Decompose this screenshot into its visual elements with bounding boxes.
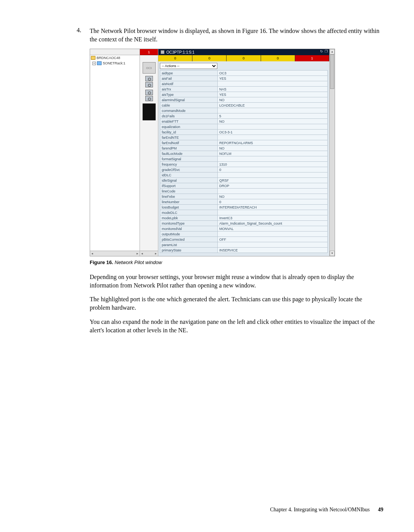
- property-row[interactable]: enableFTTNO: [160, 119, 328, 124]
- property-row[interactable]: formatSignal: [160, 156, 328, 162]
- port-icon[interactable]: [145, 90, 153, 95]
- property-row[interactable]: facility_idOC3-3-1: [160, 130, 328, 135]
- property-row[interactable]: lineCode: [160, 189, 328, 194]
- property-row[interactable]: ds1Fails5: [160, 113, 328, 119]
- slot-highlight[interactable]: 1: [140, 49, 158, 55]
- scroll-down-icon[interactable]: ▼: [330, 251, 335, 256]
- scroll-up-icon[interactable]: ▲: [330, 49, 335, 54]
- property-value: NAS: [218, 87, 328, 92]
- property-row[interactable]: faultLocModeNOFLM: [160, 151, 328, 156]
- property-key: aisType: [160, 92, 218, 97]
- property-value: [218, 172, 328, 178]
- property-row[interactable]: frequency1310: [160, 162, 328, 167]
- property-row[interactable]: ifSupportDROP: [160, 183, 328, 189]
- property-key: idDLC: [160, 172, 218, 178]
- property-key: modeDLC: [160, 210, 218, 215]
- property-value: NO: [218, 146, 328, 151]
- slot-cell-alert[interactable]: 1: [295, 55, 329, 61]
- property-key: enableFTT: [160, 119, 218, 124]
- property-value: 0: [218, 199, 328, 205]
- property-row[interactable]: pBitsCorrectedOFF: [160, 237, 328, 242]
- property-value: OC3-3-1: [218, 130, 328, 135]
- scroll-right-icon[interactable]: ►: [136, 252, 139, 255]
- property-key: modeLpbk: [160, 215, 218, 221]
- slot-cell[interactable]: 0: [261, 55, 295, 61]
- property-value: LOADEDCABLE: [218, 103, 328, 108]
- property-key: faultLocMode: [160, 151, 218, 156]
- shelf-scrollbar[interactable]: ◄ ►: [140, 251, 158, 256]
- port-icon[interactable]: [145, 96, 153, 101]
- property-key: farendPM: [160, 146, 218, 151]
- property-row[interactable]: monitoredTypeAlarm_Indication_Signal_Sec…: [160, 221, 328, 226]
- property-value: NOFLM: [218, 151, 328, 156]
- property-row[interactable]: equalization: [160, 124, 328, 130]
- port-group-1: [145, 76, 153, 87]
- scroll-left-icon[interactable]: ◄: [91, 252, 94, 255]
- property-row[interactable]: aisTrxNAS: [160, 87, 328, 92]
- refresh-icon[interactable]: ↻: [320, 49, 323, 53]
- property-row[interactable]: commandMode: [160, 108, 328, 113]
- property-key: outputMode: [160, 232, 218, 237]
- property-row[interactable]: farEndNTE: [160, 135, 328, 140]
- properties-body: -- Actions -- aidtypeOC3aisFailYESaisNot…: [158, 61, 329, 256]
- property-row[interactable]: lineFebeNO: [160, 194, 328, 199]
- expand-icon[interactable]: +: [92, 62, 96, 65]
- property-row[interactable]: aisNotif: [160, 81, 328, 87]
- property-key: idleSignal: [160, 178, 218, 183]
- property-row[interactable]: primaryStateINSERVICE: [160, 248, 328, 253]
- property-row[interactable]: outputMode: [160, 232, 328, 237]
- detail-panel: OC3PTP:1:1:5:1 ↻ ❐ 0 0 0 0 1: [158, 49, 335, 256]
- property-row[interactable]: lineNumber0: [160, 199, 328, 205]
- property-row[interactable]: aidtypeOC3: [160, 71, 328, 76]
- network-pilot-window: BRDNCAOC48 + SONETRack:1 ◄ ► 1: [90, 49, 335, 256]
- nav-scrollbar[interactable]: ◄ ►: [90, 251, 140, 256]
- step-text: The Network Pilot browser window is disp…: [90, 27, 383, 43]
- property-row[interactable]: modeLpbkInvertC3: [160, 215, 328, 221]
- property-row[interactable]: farEndNotifREPORTNOALARMS: [160, 140, 328, 146]
- scroll-left-icon[interactable]: ◄: [141, 252, 143, 255]
- nav-child-node[interactable]: + SONETRack:1: [90, 61, 140, 66]
- property-value: InvertC3: [218, 215, 328, 221]
- property-row[interactable]: lossBudgetINTERMEDIATEREACH: [160, 205, 328, 210]
- property-key: equalization: [160, 124, 218, 130]
- property-key: frequency: [160, 162, 218, 167]
- property-row[interactable]: idleSignalQRSF: [160, 178, 328, 183]
- property-key: monitoredVal: [160, 226, 218, 232]
- panel-title-bar: OC3PTP:1:1:5:1 ↻ ❐: [158, 49, 329, 55]
- property-row[interactable]: idDLC: [160, 172, 328, 178]
- scroll-thumb[interactable]: [330, 54, 334, 89]
- panel-title: OC3PTP:1:1:5:1: [166, 50, 194, 54]
- slot-cell[interactable]: 0: [192, 55, 227, 61]
- property-row[interactable]: gradeOfSvc0: [160, 167, 328, 172]
- nav-root-node[interactable]: BRDNCAOC48: [90, 55, 140, 61]
- property-value: [218, 81, 328, 87]
- property-row[interactable]: paramList: [160, 242, 328, 248]
- figure: BRDNCAOC48 + SONETRack:1 ◄ ► 1: [90, 49, 383, 265]
- slot-cell[interactable]: 0: [158, 55, 192, 61]
- property-row[interactable]: aisTypeYES: [160, 92, 328, 97]
- property-row[interactable]: modeDLC: [160, 210, 328, 215]
- property-key: primaryState: [160, 248, 218, 253]
- property-row[interactable]: cableLOADEDCABLE: [160, 103, 328, 108]
- property-value: [218, 156, 328, 162]
- property-value: 1310: [218, 162, 328, 167]
- scroll-right-icon[interactable]: ►: [154, 252, 157, 255]
- card-blank: [143, 103, 156, 120]
- port-icon[interactable]: [145, 76, 153, 81]
- actions-dropdown[interactable]: -- Actions --: [160, 63, 217, 69]
- step-number: 4.: [77, 27, 90, 43]
- vertical-scrollbar[interactable]: ▲ ▼: [329, 49, 335, 256]
- property-row[interactable]: alarmIndSignalNO: [160, 97, 328, 103]
- property-row[interactable]: farendPMNO: [160, 146, 328, 151]
- card-module[interactable]: OC3: [143, 62, 156, 74]
- property-key: pBitsCorrected: [160, 237, 218, 242]
- property-value: [218, 189, 328, 194]
- port-icon[interactable]: [145, 82, 153, 87]
- maximize-icon[interactable]: ❐: [325, 49, 328, 53]
- property-row[interactable]: aisFailYES: [160, 76, 328, 81]
- property-value: OC3: [218, 71, 328, 76]
- rack-icon: [97, 61, 102, 65]
- slot-cell[interactable]: 0: [227, 55, 261, 61]
- property-row[interactable]: monitoredValMONVAL: [160, 226, 328, 232]
- step: 4. The Network Pilot browser window is d…: [77, 27, 383, 43]
